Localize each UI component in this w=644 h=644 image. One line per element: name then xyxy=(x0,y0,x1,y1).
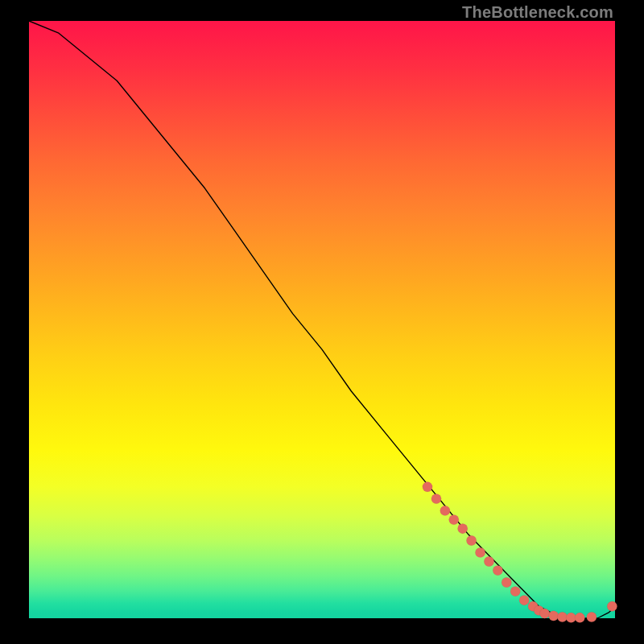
data-point xyxy=(423,482,432,492)
data-point xyxy=(484,556,493,566)
bottleneck-curve xyxy=(29,21,615,618)
data-point xyxy=(539,609,549,618)
chart-frame: TheBottleneck.com xyxy=(0,0,644,644)
data-point xyxy=(440,506,450,515)
data-point xyxy=(431,493,441,503)
plot-area xyxy=(29,21,615,618)
data-point xyxy=(502,577,511,587)
watermark-text: TheBottleneck.com xyxy=(462,3,613,22)
chart-svg xyxy=(29,21,615,618)
data-point xyxy=(458,524,468,534)
data-point xyxy=(519,596,529,605)
data-point xyxy=(575,613,584,622)
data-point xyxy=(493,565,502,575)
data-point xyxy=(587,612,597,621)
data-point xyxy=(607,601,617,611)
data-point xyxy=(475,547,485,557)
data-point xyxy=(466,535,476,545)
data-point xyxy=(566,613,576,622)
data-point xyxy=(510,586,520,596)
data-point xyxy=(449,514,459,524)
data-point xyxy=(557,612,567,621)
data-point xyxy=(548,611,558,621)
data-points xyxy=(423,482,617,623)
